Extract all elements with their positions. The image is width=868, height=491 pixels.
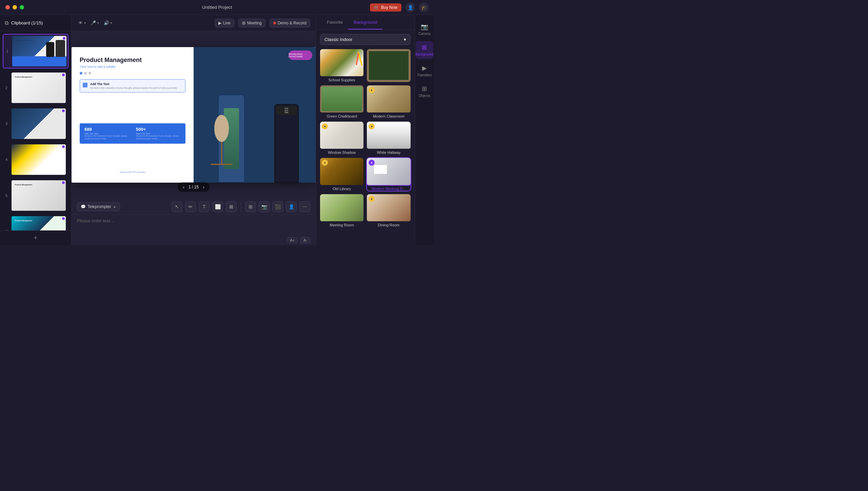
premium-badge: ♦ — [322, 160, 328, 166]
add-text-title: Add The Text — [90, 82, 177, 86]
speaker-icon: 🔊 — [104, 20, 109, 25]
slide-count: 1 / 15 — [189, 185, 199, 189]
objects-icon: ⊞ — [422, 85, 427, 93]
pen-tool-button[interactable]: ✏ — [185, 201, 196, 212]
teleprompter-button[interactable]: 💬 Teleprompter ▲ — [77, 202, 120, 211]
demo-record-button[interactable]: Demo & Record — [270, 19, 310, 27]
bg-item-window-shadow[interactable]: ♦ Window Shadow — [320, 122, 363, 155]
bg-label-green-chalkboard: Green Chalkboard — [320, 114, 363, 118]
slide-number: 5 — [4, 193, 9, 198]
prev-slide-button[interactable]: ‹ — [183, 184, 184, 190]
slide-item[interactable]: 4 — [3, 143, 68, 176]
webcam-button[interactable]: 📷 — [259, 201, 270, 212]
far-right-panel: 📷 Camera ⊠ Background ▶ Transition ⊞ Obj… — [415, 15, 434, 245]
slide-badge — [62, 181, 65, 184]
slide-canvas: Product Management Click here to add a s… — [72, 47, 316, 183]
stat-1: 689 Add The Text the text is the extract… — [84, 127, 129, 140]
camera-nav-item[interactable]: 📷 Camera — [416, 20, 433, 38]
slide-thumbnail — [12, 108, 66, 139]
shape-tool-button[interactable]: ⬜ — [212, 201, 223, 212]
transition-icon: ▶ — [422, 64, 427, 72]
right-panel: Favorite Background Classic Indoor ▾ Sch… — [316, 15, 415, 245]
font-decrease-button[interactable]: A- — [300, 237, 310, 243]
background-icon: ⊠ — [422, 44, 427, 51]
tab-favorite[interactable]: Favorite — [321, 15, 348, 29]
bg-item-dining-room[interactable]: ♦ Dining Room — [367, 194, 410, 227]
canvas-navigation: ‹ 1 / 15 › — [177, 182, 210, 192]
mic-icon: 🎤 — [91, 20, 96, 25]
next-slide-button[interactable]: › — [203, 184, 204, 190]
dot-1 — [80, 72, 82, 75]
slide-item[interactable]: 6 Product Management — [3, 215, 68, 230]
meeting-button[interactable]: ⊞ Meeting — [238, 19, 265, 27]
bg-item-meeting-room[interactable]: Meeting Room — [320, 194, 363, 227]
background-category-dropdown[interactable]: Classic Indoor ▾ — [320, 34, 411, 45]
bg-thumb — [320, 49, 363, 76]
slide-item[interactable]: 3 — [3, 107, 68, 140]
person-button[interactable]: 👤 — [286, 201, 297, 212]
view-button[interactable]: 👁 ▾ — [77, 19, 87, 27]
canvas-area: Product Management Click here to add a s… — [72, 31, 316, 199]
slide-thumbnail: Product Management — [12, 36, 66, 66]
bg-thumb: ♦ — [367, 122, 410, 149]
slide-item[interactable]: 2 Product Management — [3, 71, 68, 104]
speaker-button[interactable]: 🔊 ▾ — [102, 19, 114, 27]
slide-badge — [62, 217, 65, 220]
maximize-button[interactable] — [20, 5, 24, 9]
slide-badge — [62, 74, 65, 76]
stat-2: 500+ Add The Text the text is the extrac… — [136, 127, 181, 140]
bg-thumb: ♦ — [367, 158, 410, 185]
bg-label-school-supplies: School Supplies — [320, 78, 363, 82]
live-icon: ▶ — [218, 21, 221, 25]
user-icon[interactable]: 👤 — [406, 3, 415, 12]
background-nav-item[interactable]: ⊠ Background — [416, 41, 433, 59]
cursor-tool-button[interactable]: ↖ — [172, 201, 182, 212]
bg-item-black-chalkboard[interactable]: Black Chalkboard — [367, 49, 410, 82]
slide-badge — [63, 37, 65, 40]
text-tool-button[interactable]: T — [199, 201, 210, 212]
sidebar-header: ⧉ Clipboard (1/15) — [0, 15, 71, 31]
bg-item-modern-classroom[interactable]: ♦ Modern Classroom — [367, 85, 410, 118]
teleprompter-placeholder: Please enter text... — [77, 218, 310, 223]
slide-dots — [80, 72, 185, 75]
slide-number: 1 — [5, 49, 9, 53]
buy-now-button[interactable]: 🛒 Buy Now — [370, 3, 401, 12]
bg-label-dining-room: Dining Room — [367, 223, 410, 227]
slide-number: 2 — [4, 86, 9, 90]
bg-item-green-chalkboard[interactable]: Green Chalkboard — [320, 85, 363, 118]
objects-nav-item[interactable]: ⊞ Objects — [416, 82, 433, 100]
erase-tool-button[interactable]: ⊠ — [226, 201, 237, 212]
bg-item-modern-working[interactable]: ♦ Modern Working D... — [367, 158, 410, 191]
close-button[interactable] — [5, 5, 10, 9]
more-button[interactable]: ⋯ — [299, 201, 310, 212]
screen-capture-button[interactable]: ⊞ — [245, 201, 256, 212]
titlebar-actions: 🛒 Buy Now 👤 🎓 — [370, 3, 429, 12]
toolbar-view-controls: 👁 ▾ 🎤 ▾ 🔊 ▾ — [77, 19, 114, 27]
mic-button[interactable]: 🎤 ▾ — [89, 19, 100, 27]
slide-badge — [62, 145, 65, 148]
dropdown-arrow-icon: ▾ — [404, 37, 406, 42]
slide-item[interactable]: 1 Product Management — [3, 34, 68, 68]
slide-item[interactable]: 5 Product Management — [3, 179, 68, 212]
hat-icon[interactable]: 🎓 — [419, 3, 429, 12]
display-button[interactable]: ⬛ — [272, 201, 283, 212]
bg-item-old-library[interactable]: ♦ Old Library — [320, 158, 363, 191]
bg-item-school-supplies[interactable]: School Supplies — [320, 49, 363, 82]
slide-subtitle: Click here to add a subtitle — [80, 65, 185, 68]
slide-thumbnail — [12, 144, 66, 175]
bg-thumb: ♦ — [320, 122, 363, 149]
bottom-area: 💬 Teleprompter ▲ ↖ ✏ T ⬜ ⊠ ⊞ 📷 ⬛ 👤 ⋯ Ple… — [72, 199, 316, 245]
transition-nav-item[interactable]: ▶ Transition — [416, 62, 433, 80]
meeting-icon: ⊞ — [242, 21, 245, 25]
live-button[interactable]: ▶ Live — [215, 19, 234, 27]
teleprompter-icon: 💬 — [81, 204, 86, 209]
font-increase-button[interactable]: A+ — [287, 237, 298, 243]
bg-label-meeting-room: Meeting Room — [320, 223, 363, 227]
background-grid: School Supplies Black Chalkboard Green C… — [320, 49, 411, 227]
minimize-button[interactable] — [13, 5, 17, 9]
add-text-desc: the text is the extraction of your thoug… — [90, 86, 177, 90]
add-slide-button[interactable]: + — [0, 230, 71, 245]
main-toolbar: 👁 ▾ 🎤 ▾ 🔊 ▾ ▶ Live ⊞ Meeting — [72, 15, 316, 31]
tab-background[interactable]: Background — [348, 15, 382, 29]
bg-item-white-hallway[interactable]: ♦ White Hallway — [367, 122, 410, 155]
